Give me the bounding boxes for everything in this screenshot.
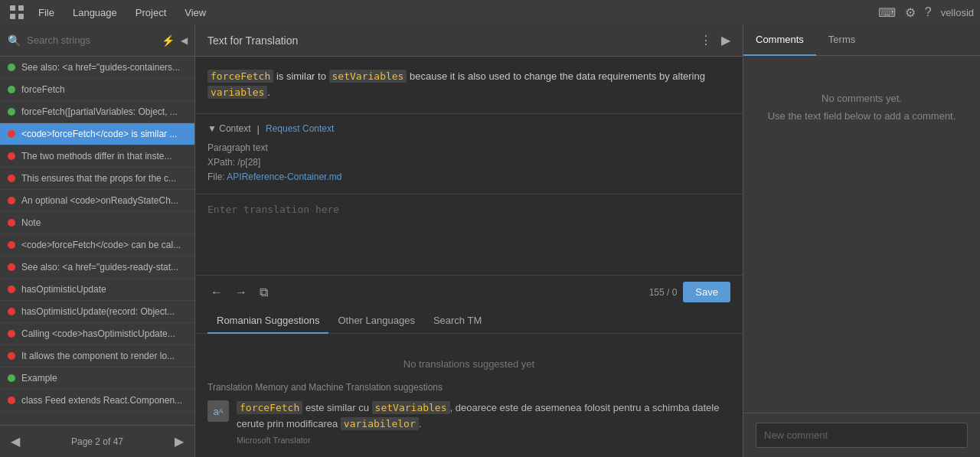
app-logo[interactable]: [6, 2, 28, 23]
expand-icon[interactable]: ▶: [721, 33, 730, 47]
copy-source-button[interactable]: ⧉: [256, 284, 271, 301]
search-input[interactable]: [27, 34, 155, 46]
list-item[interactable]: forceFetch([partialVariables: Object, ..…: [0, 101, 194, 123]
save-button[interactable]: Save: [683, 282, 730, 302]
page-info: Page 2 of 47: [71, 436, 123, 447]
tab-comments[interactable]: Comments: [743, 24, 816, 56]
list-item-text: forceFetch: [21, 84, 187, 95]
tab-terms[interactable]: Terms: [816, 24, 867, 55]
translation-header: Text for Translation ⋮ ▶: [195, 24, 743, 57]
tm-source: Microsoft Translator: [237, 436, 730, 445]
list-item[interactable]: Example: [0, 367, 194, 390]
list-item-text: class Feed extends React.Componen...: [21, 395, 187, 406]
more-options-icon[interactable]: ⋮: [700, 33, 712, 47]
collapse-panel-button[interactable]: ◀: [181, 35, 188, 46]
filter-icon[interactable]: ⚡: [162, 34, 175, 47]
list-item-text: <code>forceFetch</code> is similar ...: [21, 129, 187, 139]
menu-right: ⌨ ⚙ ? vellosid: [878, 5, 974, 20]
context-section: ▼ Context | Request Context Paragraph te…: [195, 114, 743, 195]
no-comments-text: No comments yet.Use the text field below…: [768, 74, 956, 126]
prev-page-button[interactable]: ◀: [8, 433, 23, 450]
file-reference: File: APIReference-Container.md: [207, 170, 730, 184]
status-dot: [8, 374, 15, 382]
char-count: 155 / 0: [649, 287, 678, 298]
translation-toolbar: ← → ⧉ 155 / 0 Save: [195, 275, 743, 308]
file-link[interactable]: APIReference-Container.md: [227, 171, 341, 182]
tm-item: aA forceFetch este similar cu setVariabl…: [207, 400, 730, 445]
list-item[interactable]: This ensures that the props for the c...: [0, 168, 194, 190]
list-item[interactable]: hasOptimisticUpdate(record: Object...: [0, 301, 194, 323]
new-comment-input[interactable]: [756, 423, 968, 448]
keyboard-icon[interactable]: ⌨: [878, 5, 896, 20]
next-page-button[interactable]: ▶: [172, 433, 187, 450]
status-dot: [8, 286, 15, 293]
list-item[interactable]: See also: <a href="guides-containers...: [0, 57, 194, 79]
list-item[interactable]: forceFetch: [0, 79, 194, 101]
list-item[interactable]: <code>forceFetch</code> can be cal...: [0, 234, 194, 256]
list-item[interactable]: See also: <a href="guides-ready-stat...: [0, 256, 194, 279]
list-item-text: hasOptimisticUpdate(record: Object...: [21, 306, 187, 317]
status-dot: [8, 152, 15, 160]
menu-bar: File Language Project View ⌨ ⚙ ? vellosi…: [0, 0, 980, 24]
status-dot: [8, 308, 15, 315]
suggestions-area: No translations suggested yet Translatio…: [195, 334, 743, 457]
list-item[interactable]: It allows the component to render lo...: [0, 345, 194, 367]
source-text-content: forceFetch is similar to setVariables be…: [207, 69, 730, 101]
prev-string-button[interactable]: ←: [207, 284, 226, 301]
list-item-text: See also: <a href="guides-ready-stat...: [21, 262, 187, 273]
user-label[interactable]: vellosid: [941, 7, 974, 18]
list-item[interactable]: hasOptimisticUpdate: [0, 279, 194, 301]
status-dot: [8, 397, 15, 404]
list-item-text: See also: <a href="guides-containers...: [21, 62, 187, 73]
list-item-text: hasOptimisticUpdate: [21, 284, 187, 295]
list-item[interactable]: The two methods differ in that inste...: [0, 145, 194, 168]
context-toggle[interactable]: ▼ Context: [207, 123, 251, 134]
svg-rect-3: [18, 14, 24, 19]
help-icon[interactable]: ?: [925, 5, 932, 19]
header-icons: ⋮ ▶: [700, 33, 730, 47]
list-item[interactable]: class Feed extends React.Componen...: [0, 390, 194, 412]
status-dot: [8, 263, 15, 271]
status-dot: [8, 64, 15, 71]
list-item-text: The two methods differ in that inste...: [21, 151, 187, 162]
status-dot: [8, 130, 15, 138]
translation-input-area: [195, 194, 743, 275]
right-panel: Comments Terms No comments yet.Use the t…: [743, 24, 980, 457]
menu-file[interactable]: File: [31, 4, 62, 21]
list-item-text: Note: [21, 217, 187, 228]
translation-textarea[interactable]: [207, 204, 730, 266]
xpath: XPath: /p[28]: [207, 155, 730, 170]
status-dot: [8, 108, 15, 116]
status-dot: [8, 197, 15, 204]
pagination-footer: ◀ Page 2 of 47 ▶: [0, 425, 194, 457]
menu-view[interactable]: View: [177, 4, 214, 21]
next-string-button[interactable]: →: [232, 284, 250, 301]
list-item-text: Calling <code>hasOptimisticUpdate...: [21, 328, 187, 339]
tm-text: forceFetch este similar cu setVariables,…: [237, 400, 730, 433]
list-item[interactable]: Note: [0, 212, 194, 234]
menu-language[interactable]: Language: [65, 4, 125, 21]
list-item[interactable]: Calling <code>hasOptimisticUpdate...: [0, 323, 194, 345]
status-dot: [8, 241, 15, 249]
right-panel-tabs: Comments Terms: [743, 24, 980, 56]
status-dot: [8, 219, 15, 227]
source-text-area: forceFetch is similar to setVariables be…: [195, 57, 743, 114]
tab-search-tm[interactable]: Search TM: [424, 308, 491, 334]
settings-icon[interactable]: ⚙: [905, 5, 916, 20]
tab-other-languages[interactable]: Other Languages: [328, 308, 423, 334]
list-item-text: Example: [21, 373, 187, 384]
paragraph-text: Paragraph text: [207, 141, 730, 155]
request-context-link[interactable]: Request Context: [266, 123, 334, 134]
context-details: Paragraph text XPath: /p[28] File: APIRe…: [207, 141, 730, 185]
right-panel-footer: [743, 413, 980, 457]
left-panel: 🔍 ⚡ ◀ See also: <a href="guides-containe…: [0, 24, 195, 457]
svg-rect-2: [10, 14, 15, 19]
tm-icon: aA: [207, 400, 229, 422]
list-item-text: It allows the component to render lo...: [21, 351, 187, 361]
main-layout: 🔍 ⚡ ◀ See also: <a href="guides-containe…: [0, 24, 980, 457]
menu-project[interactable]: Project: [128, 4, 174, 21]
list-item[interactable]: An optional <code>onReadyStateCh...: [0, 190, 194, 212]
tab-romanian-suggestions[interactable]: Romanian Suggestions: [207, 308, 328, 334]
tm-content: forceFetch este similar cu setVariables,…: [237, 400, 730, 445]
list-item[interactable]: <code>forceFetch</code> is similar ...: [0, 123, 194, 145]
